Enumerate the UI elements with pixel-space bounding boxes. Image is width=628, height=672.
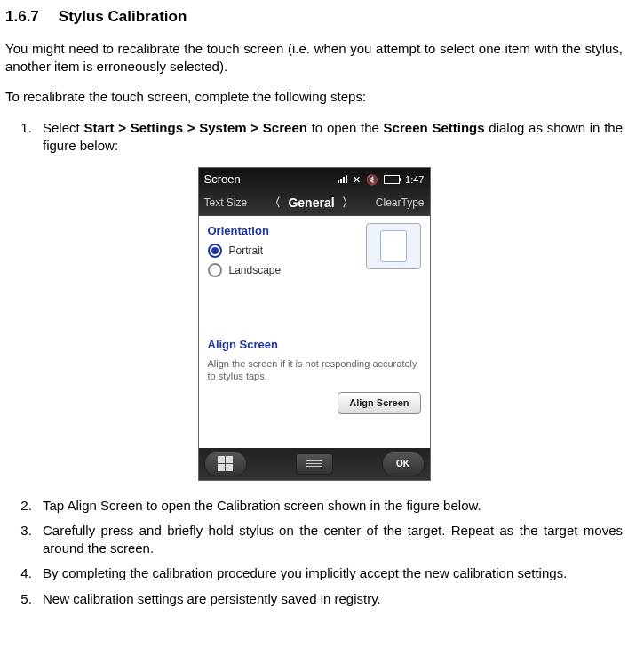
intro-paragraph-1: You might need to recalibrate the touch … xyxy=(5,40,623,76)
step-3: Carefully press and briefly hold stylus … xyxy=(36,522,623,558)
step-1-mid: to open the xyxy=(307,120,384,135)
screen-content: Orientation Portrait Landscape Align Scr… xyxy=(199,216,430,448)
chevron-right-icon[interactable]: 〉 xyxy=(342,195,354,211)
status-icons: ✕ 🔇 1:47 xyxy=(338,173,424,187)
battery-icon xyxy=(384,175,400,184)
chevron-left-icon[interactable]: 〈 xyxy=(269,195,281,211)
speaker-icon: 🔇 xyxy=(366,173,378,187)
tab-text-size[interactable]: Text Size xyxy=(204,196,248,210)
step-1: Select Start > Settings > System > Scree… xyxy=(36,119,623,156)
screenshot-figure: Screen ✕ 🔇 1:47 Text Size 〈 General 〉 Cl… xyxy=(5,167,623,480)
window-title: Screen xyxy=(204,172,241,188)
tab-general[interactable]: General xyxy=(288,195,334,212)
device-preview-icon xyxy=(380,230,407,262)
orientation-preview xyxy=(366,223,421,269)
radio-selected-icon xyxy=(208,244,222,258)
keyboard-button[interactable] xyxy=(296,453,333,475)
steps-list: Select Start > Settings > System > Scree… xyxy=(5,119,623,156)
ok-button[interactable]: OK xyxy=(382,452,425,476)
intro-paragraph-2: To recalibrate the touch screen, complet… xyxy=(5,88,623,106)
steps-list-continued: Tap Align Screen to open the Calibration… xyxy=(5,497,623,608)
device-frame: Screen ✕ 🔇 1:47 Text Size 〈 General 〉 Cl… xyxy=(198,167,431,480)
section-title: Stylus Calibration xyxy=(59,8,187,25)
radio-portrait-label: Portrait xyxy=(229,244,264,258)
radio-landscape-label: Landscape xyxy=(229,263,282,277)
section-heading: 1.6.7Stylus Calibration xyxy=(5,7,623,28)
step-1-prefix: Select xyxy=(43,120,83,135)
align-screen-text: Align the screen if it is not responding… xyxy=(208,357,421,383)
keyboard-icon xyxy=(306,460,322,467)
radio-portrait[interactable]: Portrait xyxy=(208,244,359,258)
step-2: Tap Align Screen to open the Calibration… xyxy=(36,497,623,515)
window-titlebar: Screen ✕ 🔇 1:47 xyxy=(199,168,430,191)
clock-time: 1:47 xyxy=(405,173,424,187)
windows-icon xyxy=(218,456,233,471)
step-1-dialog: Screen Settings xyxy=(384,120,485,135)
bottom-bar: OK xyxy=(199,448,430,480)
align-screen-header: Align Screen xyxy=(208,337,421,353)
start-button[interactable] xyxy=(204,452,247,476)
step-1-path: Start > Settings > System > Screen xyxy=(83,120,306,135)
align-screen-button[interactable]: Align Screen xyxy=(338,392,420,414)
tab-cleartype[interactable]: ClearType xyxy=(376,196,425,210)
step-4: By completing the calibration procedure … xyxy=(36,564,623,582)
step-5: New calibration settings are persistentl… xyxy=(36,590,623,608)
radio-landscape[interactable]: Landscape xyxy=(208,263,359,277)
section-number: 1.6.7 xyxy=(5,7,39,28)
antenna-icon: ✕ xyxy=(353,173,361,187)
tab-general-group: 〈 General 〉 xyxy=(269,195,353,212)
tab-bar: Text Size 〈 General 〉 ClearType xyxy=(199,191,430,216)
ok-label: OK xyxy=(396,458,409,470)
radio-unselected-icon xyxy=(208,263,222,277)
signal-icon xyxy=(338,175,347,183)
